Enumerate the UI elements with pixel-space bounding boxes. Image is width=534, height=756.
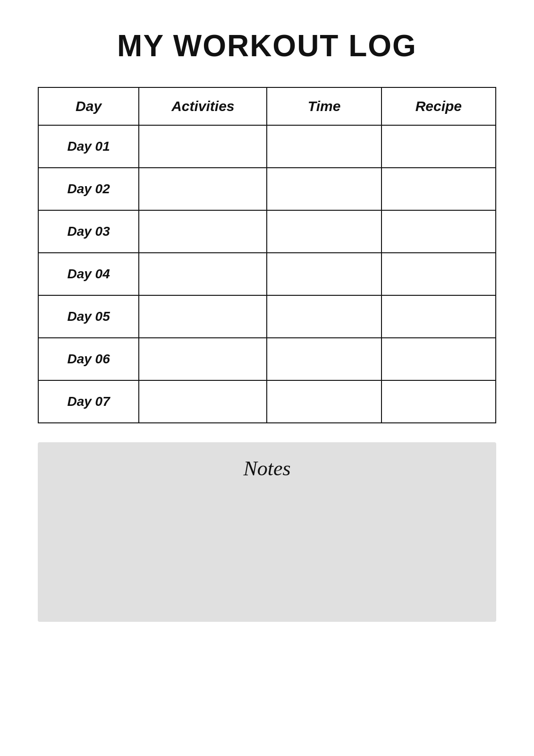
table-row: Day 07 — [38, 380, 496, 423]
cell-day-1[interactable]: Day 01 — [38, 125, 139, 168]
cell-time-3[interactable] — [267, 210, 381, 253]
cell-recipe-6[interactable] — [381, 338, 496, 380]
cell-day-4[interactable]: Day 04 — [38, 253, 139, 295]
cell-recipe-7[interactable] — [381, 380, 496, 423]
table-row: Day 02 — [38, 168, 496, 210]
cell-time-6[interactable] — [267, 338, 381, 380]
cell-recipe-2[interactable] — [381, 168, 496, 210]
table-row: Day 05 — [38, 295, 496, 338]
cell-day-2[interactable]: Day 02 — [38, 168, 139, 210]
col-header-recipe: Recipe — [381, 87, 496, 125]
cell-time-5[interactable] — [267, 295, 381, 338]
col-header-time: Time — [267, 87, 381, 125]
cell-activities-6[interactable] — [139, 338, 267, 380]
col-header-activities: Activities — [139, 87, 267, 125]
workout-table: Day Activities Time Recipe Day 01Day 02D… — [38, 87, 496, 423]
cell-activities-4[interactable] — [139, 253, 267, 295]
table-row: Day 01 — [38, 125, 496, 168]
table-row: Day 03 — [38, 210, 496, 253]
page-title: MY WORKOUT LOG — [117, 28, 417, 63]
cell-recipe-1[interactable] — [381, 125, 496, 168]
cell-time-2[interactable] — [267, 168, 381, 210]
table-row: Day 04 — [38, 253, 496, 295]
cell-activities-5[interactable] — [139, 295, 267, 338]
cell-time-4[interactable] — [267, 253, 381, 295]
table-header-row: Day Activities Time Recipe — [38, 87, 496, 125]
cell-day-3[interactable]: Day 03 — [38, 210, 139, 253]
cell-day-7[interactable]: Day 07 — [38, 380, 139, 423]
cell-time-7[interactable] — [267, 380, 381, 423]
cell-day-6[interactable]: Day 06 — [38, 338, 139, 380]
cell-day-5[interactable]: Day 05 — [38, 295, 139, 338]
cell-activities-3[interactable] — [139, 210, 267, 253]
notes-section: Notes — [38, 442, 496, 622]
cell-recipe-4[interactable] — [381, 253, 496, 295]
cell-time-1[interactable] — [267, 125, 381, 168]
table-row: Day 06 — [38, 338, 496, 380]
notes-title: Notes — [47, 456, 487, 481]
col-header-day: Day — [38, 87, 139, 125]
cell-activities-7[interactable] — [139, 380, 267, 423]
cell-activities-2[interactable] — [139, 168, 267, 210]
cell-recipe-5[interactable] — [381, 295, 496, 338]
cell-activities-1[interactable] — [139, 125, 267, 168]
cell-recipe-3[interactable] — [381, 210, 496, 253]
